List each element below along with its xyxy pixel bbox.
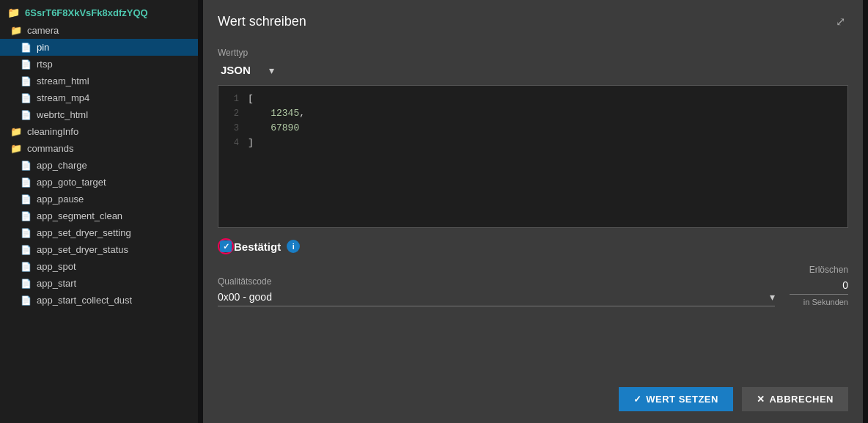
line-num-2: 2 (218, 106, 248, 121)
dialog-overlay: Wert schreiben ⤢ Werttyp JSON String Num… (198, 0, 868, 423)
camera-folder-icon: 📁 (10, 25, 22, 36)
info-icon-letter: i (293, 242, 295, 251)
sidebar-folder-label-camera: camera (27, 25, 59, 36)
checkmark-icon: ✓ (223, 242, 229, 251)
quality-select[interactable]: 0x00 - good 0x01 - uncertain 0x02 - bad (218, 291, 770, 303)
sidebar-item-label-pin: pin (37, 42, 49, 53)
cancel-label: ABBRECHEN (769, 394, 834, 405)
check-btn-icon: ✓ (633, 394, 642, 405)
dialog-header: Wert schreiben ⤢ (203, 0, 863, 40)
code-line-1: 1 [ (218, 92, 847, 106)
sidebar-item-label-stream-html: stream_html (37, 76, 89, 87)
line-content-2: 12345, (248, 106, 305, 121)
sidebar-item-app-set-dryer-status[interactable]: 📄 app_set_dryer_status (0, 241, 198, 258)
type-selector: JSON String Number Boolean ▾ (218, 62, 848, 78)
sidebar-item-app-spot[interactable]: 📄 app_spot (0, 258, 198, 275)
dialog: Wert schreiben ⤢ Werttyp JSON String Num… (203, 0, 863, 423)
sidebar-item-label-app-segment-clean: app_segment_clean (37, 210, 122, 221)
dialog-title: Wert schreiben (218, 14, 306, 29)
sidebar-item-app-pause[interactable]: 📄 app_pause (0, 191, 198, 207)
rtsp-file-icon: 📄 (21, 59, 32, 70)
root-folder-icon: 📁 (7, 7, 20, 18)
code-line-2: 2 12345, (218, 106, 847, 121)
quality-row: Qualitätscode 0x00 - good 0x01 - uncerta… (218, 265, 848, 306)
sidebar-item-app-start-collect-dust[interactable]: 📄 app_start_collect_dust (0, 292, 198, 309)
app-charge-file-icon: 📄 (21, 161, 32, 171)
quality-dropdown-arrow-icon: ▾ (770, 291, 775, 303)
app-pause-file-icon: 📄 (21, 194, 32, 205)
sidebar-item-label-app-charge: app_charge (37, 160, 87, 171)
confirmed-label: Bestätigt (234, 240, 281, 253)
info-icon[interactable]: i (287, 240, 300, 253)
dialog-body: Werttyp JSON String Number Boolean ▾ 1 [ (203, 40, 863, 375)
sidebar-root-item[interactable]: 📁 6SsrT6F8XkVsFk8xdfzYQQ (0, 3, 198, 22)
sidebar-item-webrtc-html[interactable]: 📄 webrtc_html (0, 106, 198, 123)
set-value-label: WERT SETZEN (646, 394, 718, 405)
confirmed-checkbox[interactable]: ✓ (218, 238, 234, 254)
sidebar-item-label-app-spot: app_spot (37, 261, 76, 272)
set-value-button[interactable]: ✓ WERT SETZEN (619, 387, 733, 411)
main-area: Wert schreiben ⤢ Werttyp JSON String Num… (198, 0, 868, 423)
expand-icon[interactable]: ⤢ (833, 12, 848, 32)
sidebar-item-app-segment-clean[interactable]: 📄 app_segment_clean (0, 207, 198, 224)
code-line-4: 4 ] (218, 136, 847, 150)
sidebar: 📁 6SsrT6F8XkVsFk8xdfzYQQ 📁 camera 📄 pin … (0, 0, 198, 423)
sidebar-item-label-app-set-dryer-status: app_set_dryer_status (37, 244, 128, 255)
sidebar-item-stream-html[interactable]: 📄 stream_html (0, 73, 198, 89)
pin-file-icon: 📄 (21, 43, 32, 53)
sidebar-item-label-app-set-dryer-setting: app_set_dryer_setting (37, 227, 131, 238)
sidebar-item-label-webrtc-html: webrtc_html (37, 109, 88, 120)
sidebar-item-label-app-goto-target: app_goto_target (37, 177, 106, 188)
dialog-footer: ✓ WERT SETZEN ✕ ABBRECHEN (203, 375, 863, 423)
delete-field: Erlöschen 0 in Sekunden (790, 265, 848, 306)
confirmed-row: ✓ Bestätigt i (218, 228, 848, 262)
stream-html-file-icon: 📄 (21, 76, 32, 87)
sidebar-item-label-stream-mp4: stream_mp4 (37, 92, 89, 103)
quality-select-wrapper: 0x00 - good 0x01 - uncertain 0x02 - bad … (218, 291, 775, 306)
app-set-dryer-status-file-icon: 📄 (21, 245, 32, 255)
quality-field: Qualitätscode 0x00 - good 0x01 - uncerta… (218, 276, 775, 306)
sidebar-item-app-start[interactable]: 📄 app_start (0, 275, 198, 292)
stream-mp4-file-icon: 📄 (21, 93, 32, 103)
sidebar-item-pin[interactable]: 📄 pin (0, 39, 198, 56)
code-line-3: 3 67890 (218, 121, 847, 136)
type-dropdown-arrow-icon: ▾ (269, 65, 274, 76)
sidebar-item-app-set-dryer-setting[interactable]: 📄 app_set_dryer_setting (0, 224, 198, 241)
line-num-3: 3 (218, 121, 248, 136)
sidebar-item-label-app-start-collect-dust: app_start_collect_dust (37, 295, 132, 306)
sidebar-item-label-rtsp: rtsp (37, 59, 53, 70)
sidebar-root-label: 6SsrT6F8XkVsFk8xdfzYQQ (25, 7, 148, 18)
value-type-label: Werttyp (218, 48, 848, 58)
sidebar-item-app-goto-target[interactable]: 📄 app_goto_target (0, 174, 198, 191)
sidebar-folder-camera[interactable]: 📁 camera (0, 22, 198, 39)
commands-folder-icon: 📁 (10, 143, 22, 154)
sidebar-item-label-app-start: app_start (37, 278, 76, 289)
cleaninginfo-folder-icon: 📁 (10, 126, 22, 137)
delete-value: 0 (790, 279, 848, 295)
sidebar-folder-label-cleaninginfo: cleaningInfo (27, 126, 78, 137)
line-content-4: ] (248, 136, 254, 150)
sidebar-item-rtsp[interactable]: 📄 rtsp (0, 56, 198, 73)
sidebar-item-app-charge[interactable]: 📄 app_charge (0, 157, 198, 174)
sidebar-folder-cleaninginfo[interactable]: 📁 cleaningInfo (0, 123, 198, 140)
webrtc-html-file-icon: 📄 (21, 110, 32, 120)
app-spot-file-icon: 📄 (21, 262, 32, 272)
app-set-dryer-setting-file-icon: 📄 (21, 228, 32, 238)
line-num-1: 1 (218, 92, 248, 106)
type-select[interactable]: JSON String Number Boolean (218, 62, 268, 78)
line-content-1: [ (248, 92, 254, 106)
sidebar-folder-label-commands: commands (27, 143, 74, 154)
sidebar-item-label-app-pause: app_pause (37, 194, 84, 205)
app-goto-target-file-icon: 📄 (21, 177, 32, 188)
checkbox-inner: ✓ (220, 240, 232, 252)
sidebar-item-stream-mp4[interactable]: 📄 stream_mp4 (0, 89, 198, 106)
quality-label: Qualitätscode (218, 276, 775, 287)
app-segment-clean-file-icon: 📄 (21, 211, 32, 221)
code-editor[interactable]: 1 [ 2 12345, 3 67890 4 ] (218, 85, 848, 228)
delete-label: Erlöschen (790, 265, 848, 275)
app-start-file-icon: 📄 (21, 279, 32, 289)
close-btn-icon: ✕ (757, 394, 765, 405)
cancel-button[interactable]: ✕ ABBRECHEN (742, 387, 848, 411)
line-content-3: 67890 (248, 121, 299, 136)
sidebar-folder-commands[interactable]: 📁 commands (0, 140, 198, 157)
